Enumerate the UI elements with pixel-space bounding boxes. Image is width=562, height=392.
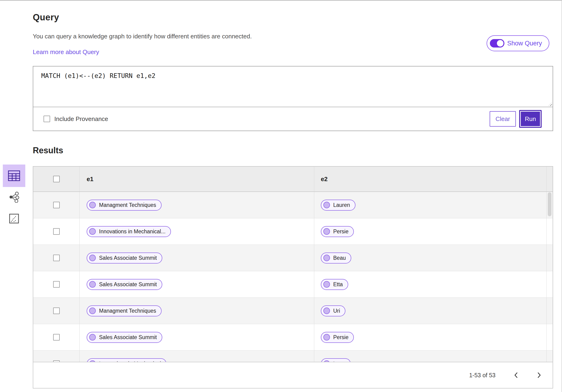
table-row: Managment Techniques Lauren — [33, 192, 553, 218]
table-row: Innovations in Mechanical Larry — [33, 351, 553, 362]
learn-more-link[interactable]: Learn more about Query — [33, 48, 99, 56]
table-scrollbar-thumb[interactable] — [548, 192, 551, 216]
column-header-e1: e1 — [80, 167, 314, 191]
query-description: You can query a knowledge graph to ident… — [33, 33, 553, 40]
entity-node-icon — [89, 228, 96, 235]
page-title: Query — [33, 12, 553, 23]
entity-chip-label: Managment Techniques — [99, 202, 156, 208]
entity-chip-label: Beau — [333, 255, 346, 261]
column-header-e2: e2 — [314, 167, 547, 191]
entity-node-icon — [89, 360, 96, 362]
entity-node-icon — [89, 308, 96, 314]
entity-chip[interactable]: Innovations in Mechanical... — [87, 226, 171, 237]
curve-icon — [8, 213, 20, 224]
entity-chip[interactable]: Sales Associate Summit — [87, 279, 162, 290]
entity-chip[interactable]: Managment Techniques — [87, 200, 162, 211]
chevron-left-icon — [514, 372, 518, 379]
entity-chip-label: Innovations in Mechanical — [99, 361, 161, 362]
show-query-label: Show Query — [507, 40, 542, 47]
entity-chip[interactable]: Managment Techniques — [87, 305, 162, 316]
entity-chip[interactable]: Sales Associate Summit — [87, 253, 162, 264]
query-code-text: MATCH (e1)<--(e2) RETURN e1,e2 — [41, 72, 155, 79]
table-body: Managment Techniques Lauren Innovations … — [33, 192, 553, 362]
entity-chip-label: Sales Associate Summit — [99, 255, 157, 261]
results-table: e1 e2 Managment Techniques Lauren Innova… — [33, 166, 553, 389]
query-code-editor[interactable]: MATCH (e1)<--(e2) RETURN e1,e2 — [33, 67, 553, 107]
entity-node-icon — [89, 202, 96, 208]
query-panel: MATCH (e1)<--(e2) RETURN e1,e2 Include P… — [33, 66, 553, 131]
include-provenance-checkbox[interactable] — [44, 115, 50, 122]
entity-node-icon — [89, 255, 96, 261]
clear-button[interactable]: Clear — [490, 111, 516, 127]
page: Query You can query a knowledge graph to… — [0, 0, 562, 392]
entity-node-icon — [323, 255, 330, 261]
table-row: Sales Associate Summit Beau — [33, 245, 553, 271]
entity-chip[interactable]: Etta — [321, 279, 348, 290]
row-checkbox[interactable] — [53, 334, 60, 341]
toggle-on-icon[interactable] — [490, 39, 504, 47]
resize-handle-icon[interactable] — [548, 102, 552, 106]
entity-chip-label: Sales Associate Summit — [99, 334, 157, 341]
entity-chip-label: Managment Techniques — [99, 308, 156, 314]
entity-chip-label: Etta — [333, 281, 343, 288]
network-view-button[interactable] — [3, 189, 25, 205]
chevron-right-icon — [537, 372, 541, 379]
results-view-switcher — [3, 164, 25, 227]
row-checkbox[interactable] — [53, 228, 60, 235]
entity-chip-label: Lauren — [333, 202, 350, 208]
row-checkbox[interactable] — [53, 308, 60, 314]
entity-chip[interactable]: Larry — [321, 358, 351, 362]
table-row: Sales Associate Summit Etta — [33, 271, 553, 298]
entity-node-icon — [323, 228, 330, 235]
table-row: Managment Techniques Uri — [33, 298, 553, 324]
entity-chip-label: Sales Associate Summit — [99, 281, 157, 288]
pagination-prev-button[interactable] — [512, 370, 520, 380]
table-view-button[interactable] — [3, 164, 25, 187]
pagination-next-button[interactable] — [535, 370, 543, 380]
entity-node-icon — [323, 281, 330, 288]
entity-node-icon — [323, 202, 330, 208]
entity-chip-label: Uri — [333, 308, 340, 314]
network-icon — [8, 191, 20, 203]
table-row: Innovations in Mechanical... Persie — [33, 218, 553, 245]
row-checkbox[interactable] — [53, 360, 60, 362]
query-footer: Include Provenance Clear Run — [33, 107, 553, 131]
entity-node-icon — [89, 281, 96, 288]
include-provenance-label: Include Provenance — [54, 115, 108, 123]
entity-chip[interactable]: Lauren — [321, 200, 355, 211]
entity-node-icon — [323, 308, 330, 314]
table-icon — [8, 170, 20, 181]
table-footer: 1-53 of 53 — [33, 362, 553, 388]
results-title: Results — [33, 146, 553, 155]
toggle-knob — [497, 40, 503, 46]
select-all-checkbox[interactable] — [53, 176, 60, 182]
entity-chip[interactable]: Innovations in Mechanical — [87, 358, 166, 362]
show-query-toggle[interactable]: Show Query — [487, 35, 549, 51]
entity-chip[interactable]: Persie — [321, 226, 354, 237]
entity-chip[interactable]: Persie — [321, 332, 354, 343]
entity-chip[interactable]: Sales Associate Summit — [87, 332, 162, 343]
include-provenance-option[interactable]: Include Provenance — [44, 115, 108, 123]
entity-chip[interactable]: Beau — [321, 253, 351, 264]
row-checkbox[interactable] — [53, 202, 60, 208]
table-row: Sales Associate Summit Persie — [33, 324, 553, 351]
scrollbar-track[interactable] — [547, 167, 553, 191]
table-header-row: e1 e2 — [33, 167, 553, 192]
run-button[interactable]: Run — [520, 111, 541, 127]
entity-chip-label: Persie — [333, 228, 349, 235]
row-checkbox[interactable] — [53, 255, 60, 261]
entity-chip-label: Persie — [333, 334, 349, 341]
entity-chip-label: Innovations in Mechanical... — [99, 228, 165, 235]
entity-node-icon — [89, 334, 96, 341]
entity-chip-label: Larry — [333, 361, 345, 362]
curve-view-button[interactable] — [3, 210, 25, 227]
entity-node-icon — [323, 360, 330, 362]
entity-node-icon — [323, 334, 330, 341]
pagination-label: 1-53 of 53 — [469, 372, 495, 379]
row-checkbox[interactable] — [53, 281, 60, 288]
entity-chip[interactable]: Uri — [321, 305, 345, 316]
